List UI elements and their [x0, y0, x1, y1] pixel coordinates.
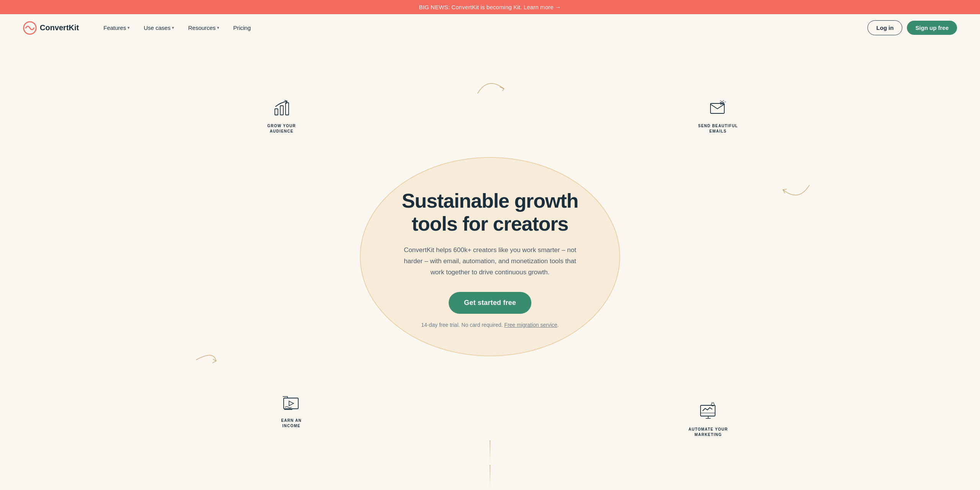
scroll-line: [490, 440, 490, 463]
earn-income-label: EARN ANINCOME: [281, 418, 302, 429]
svg-rect-2: [280, 106, 283, 115]
automate-marketing-label: AUTOMATE YOURMARKETING: [689, 427, 728, 438]
feature-grow-audience: GROW YOURAUDIENCE: [255, 96, 309, 134]
hero-section: GROW YOURAUDIENCE SEND BEAUTIFULEMAILS: [0, 42, 980, 490]
nav-pricing[interactable]: Pricing: [227, 21, 257, 34]
logo-link[interactable]: ConvertKit: [23, 21, 79, 35]
nav-features[interactable]: Features ▾: [97, 21, 136, 34]
arrow-right-icon: [778, 183, 814, 203]
get-started-button[interactable]: Get started free: [449, 292, 531, 314]
announcement-banner: BIG NEWS: ConvertKit is becoming Kit. Le…: [0, 0, 980, 14]
trial-text: 14-day free trial. No card required. Fre…: [421, 322, 559, 328]
migration-link[interactable]: Free migration service: [504, 322, 557, 328]
scroll-line-2: [490, 465, 490, 488]
navbar: ConvertKit Features ▾ Use cases ▾ Resour…: [0, 14, 980, 42]
hero-title: Sustainable growth tools for creators: [383, 190, 597, 236]
use-cases-chevron-icon: ▾: [172, 25, 174, 30]
login-button[interactable]: Log in: [867, 20, 902, 35]
earn-income-icon: [279, 390, 304, 415]
hero-content: Sustainable growth tools for creators Co…: [383, 190, 597, 328]
arrow-bottom-left-icon: [194, 344, 221, 369]
nav-use-cases[interactable]: Use cases ▾: [137, 21, 180, 34]
hero-subtitle: ConvertKit helps 600k+ creators like you…: [398, 245, 582, 278]
features-chevron-icon: ▾: [127, 25, 130, 30]
feature-send-emails: SEND BEAUTIFULEMAILS: [691, 96, 745, 134]
svg-rect-3: [286, 103, 289, 115]
logo-icon: [23, 21, 37, 35]
cta-area: Get started free 14-day free trial. No c…: [383, 292, 597, 328]
feature-earn-income: EARN ANINCOME: [265, 390, 318, 429]
svg-marker-9: [289, 401, 294, 406]
resources-chevron-icon: ▾: [217, 25, 219, 30]
logo-text: ConvertKit: [40, 23, 79, 32]
send-emails-label: SEND BEAUTIFULEMAILS: [698, 123, 738, 134]
nav-resources[interactable]: Resources ▾: [182, 21, 225, 34]
signup-button[interactable]: Sign up free: [907, 21, 957, 35]
announcement-text: BIG NEWS: ConvertKit is becoming Kit. Le…: [419, 4, 561, 10]
send-emails-icon: [706, 96, 730, 120]
automate-marketing-icon: [696, 399, 720, 424]
feature-automate-marketing: AUTOMATE YOURMARKETING: [681, 399, 735, 438]
grow-audience-icon: [270, 96, 294, 120]
arrow-top-icon: [474, 75, 507, 98]
grow-audience-label: GROW YOURAUDIENCE: [267, 123, 296, 134]
nav-actions: Log in Sign up free: [867, 20, 957, 35]
svg-rect-1: [275, 109, 278, 115]
scroll-indicator: [490, 440, 490, 488]
nav-links: Features ▾ Use cases ▾ Resources ▾ Prici…: [97, 21, 867, 34]
